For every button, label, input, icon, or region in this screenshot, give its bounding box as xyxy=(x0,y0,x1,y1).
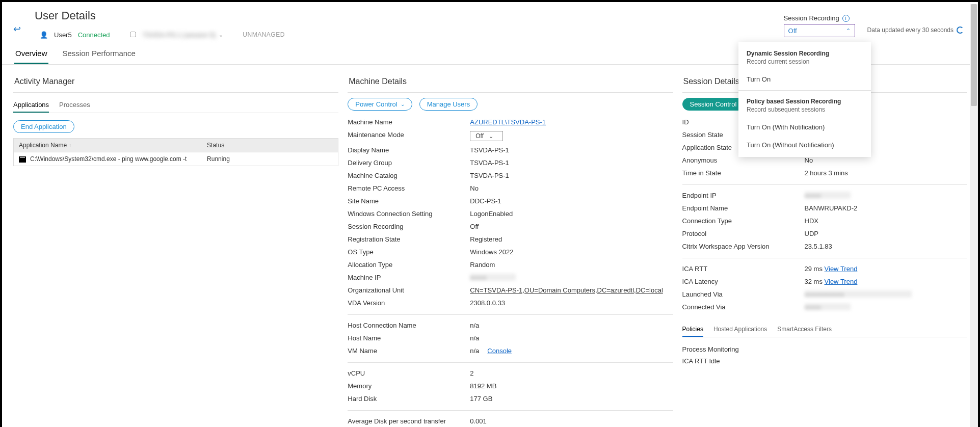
kv-row: Endpoint NameBANWRUPAKD-2 xyxy=(682,202,967,215)
value-text: 0.001 xyxy=(470,417,487,425)
key-label: Connected Via xyxy=(682,303,805,311)
chevron-down-icon: ⌄ xyxy=(401,101,405,107)
page-header: ↩ User Details 👤 User5 Connected 🖵 TSVDA… xyxy=(2,2,978,39)
key-label: Registration State xyxy=(348,235,470,243)
subtab-processes[interactable]: Processes xyxy=(59,98,90,113)
key-label: Site Name xyxy=(348,197,470,205)
key-label: Windows Connection Setting xyxy=(348,210,470,218)
machine-title: Machine Details xyxy=(348,74,673,93)
menu-section-dynamic-title: Dynamic Session Recording xyxy=(738,45,871,58)
chevron-down-icon[interactable]: ⌄ xyxy=(219,32,223,38)
console-link[interactable]: Console xyxy=(487,347,512,355)
key-label: Machine IP xyxy=(348,274,470,281)
key-label: OS Type xyxy=(348,248,470,256)
kv-row: Registration StateRegistered xyxy=(348,233,673,246)
value-text: 32 ms xyxy=(805,278,823,285)
kv-row: Endpoint IPxxxxx xyxy=(682,189,967,202)
inner-tab-policies[interactable]: Policies xyxy=(682,323,703,337)
key-label: Allocation Type xyxy=(348,261,470,269)
kv-row: Delivery GroupTSVDA-PS-1 xyxy=(348,156,673,169)
kv-row: Time in State2 hours 3 mins xyxy=(682,167,967,179)
kv-row: Hard Disk177 GB xyxy=(348,392,673,405)
kv-row: Connection TypeHDX xyxy=(682,215,967,227)
subtab-applications[interactable]: Applications xyxy=(13,98,49,113)
kv-row: Site NameDDC-PS-1 xyxy=(348,195,673,207)
end-application-label: End Application xyxy=(21,123,67,130)
key-label: Citrix Workspace App Version xyxy=(682,243,805,250)
kv-row: Windows Connection SettingLogonEnabled xyxy=(348,207,673,220)
inner-tab-hosted[interactable]: Hosted Applications xyxy=(713,323,767,337)
value-text: No xyxy=(805,156,813,164)
app-status: Running xyxy=(202,152,338,166)
back-icon[interactable]: ↩ xyxy=(13,23,21,35)
tab-session-performance[interactable]: Session Performance xyxy=(62,44,137,64)
menu-divider xyxy=(738,90,871,91)
power-control-button[interactable]: Power Control⌄ xyxy=(348,98,412,111)
kv-row: Average Disk per second transfer0.001 xyxy=(348,415,673,427)
monitor-icon: 🖵 xyxy=(129,31,137,39)
value-text: 2 hours 3 mins xyxy=(805,169,848,177)
col-app-name[interactable]: Application Name↑ xyxy=(14,139,202,152)
table-row[interactable]: C:\Windows\System32\cmd.exe - ping www.g… xyxy=(14,152,338,166)
menu-item-turn-on-notif[interactable]: Turn On (With Notification) xyxy=(738,118,871,136)
separator xyxy=(348,314,673,315)
kv-row: Session RecordingOff xyxy=(348,220,673,233)
kv-row: Host Namen/a xyxy=(348,332,673,344)
session-recording-value: Off xyxy=(788,27,797,35)
kv-row: VDA Version2308.0.0.33 xyxy=(348,297,673,309)
menu-item-turn-on[interactable]: Turn On xyxy=(738,70,871,88)
redacted-value: xxxxx xyxy=(470,274,516,281)
value-text: DDC-PS-1 xyxy=(470,197,501,205)
value-text: HDX xyxy=(805,217,818,225)
tab-overview[interactable]: Overview xyxy=(14,44,48,64)
value-text: LogonEnabled xyxy=(470,210,513,218)
view-trend-link[interactable]: View Trend xyxy=(825,265,858,273)
key-label: Endpoint Name xyxy=(682,204,805,212)
key-label: Average Disk per second transfer xyxy=(348,417,470,425)
key-label: Protocol xyxy=(682,230,805,237)
kv-row: Machine IPxxxxx xyxy=(348,271,673,284)
maintenance-mode-select[interactable]: Off xyxy=(470,131,503,141)
value-text: 23.5.1.83 xyxy=(805,243,832,250)
key-label: Launched Via xyxy=(682,290,805,298)
key-label: Organizational Unit xyxy=(348,286,470,294)
end-application-button[interactable]: End Application xyxy=(13,120,74,133)
separator xyxy=(682,184,967,185)
value-text: TSVDA-PS-1 xyxy=(470,159,509,167)
scrollbar[interactable] xyxy=(970,4,978,427)
key-label: Remote PC Access xyxy=(348,184,470,192)
org-unit-value: CN=TSVDA-PS-1,OU=Domain Computers,DC=azu… xyxy=(470,286,663,294)
info-icon[interactable]: i xyxy=(842,15,850,22)
sort-asc-icon: ↑ xyxy=(69,143,71,148)
unmanaged-badge: UNMANAGED xyxy=(243,31,285,38)
key-label: Maintenance Mode xyxy=(348,131,470,141)
key-label: Machine Catalog xyxy=(348,172,470,179)
manage-users-button[interactable]: Manage Users xyxy=(419,98,478,111)
inner-tab-smartaccess[interactable]: SmartAccess Filters xyxy=(777,323,832,337)
value-text: UDP xyxy=(805,230,818,237)
kv-row: ICA Latency32 ms View Trend xyxy=(682,275,967,288)
value-text: Off xyxy=(470,223,479,230)
kv-row: Memory8192 MB xyxy=(348,380,673,392)
value-text: 2 xyxy=(470,369,473,377)
machine-breadcrumb-blurred: TSVDA-PS-1 (session 5) xyxy=(143,31,216,39)
value-text: 2308.0.0.33 xyxy=(470,299,505,307)
machine-name-link[interactable]: AZUREDTL\TSVDA-PS-1 xyxy=(470,118,546,126)
value-text: Registered xyxy=(470,235,502,243)
kv-row: Connected Viaxxxxx xyxy=(682,301,967,313)
session-recording-dropdown[interactable]: Off ⌃ xyxy=(784,24,855,37)
kv-row: Allocation TypeRandom xyxy=(348,258,673,271)
view-trend-link[interactable]: View Trend xyxy=(825,278,858,285)
value-text: Random xyxy=(470,261,495,269)
refresh-icon[interactable] xyxy=(957,26,964,34)
key-label: Memory xyxy=(348,382,470,390)
cmd-icon xyxy=(19,156,26,163)
menu-item-turn-on-no-notif[interactable]: Turn On (Without Notification) xyxy=(738,136,871,154)
redacted-value: xxxxx xyxy=(805,192,851,199)
col-status[interactable]: Status xyxy=(202,139,338,152)
chevron-up-icon: ⌃ xyxy=(846,28,851,34)
user-name: User5 xyxy=(54,31,72,39)
kv-row: OS TypeWindows 2022 xyxy=(348,246,673,258)
value-text: 177 GB xyxy=(470,395,492,403)
separator xyxy=(348,410,673,411)
